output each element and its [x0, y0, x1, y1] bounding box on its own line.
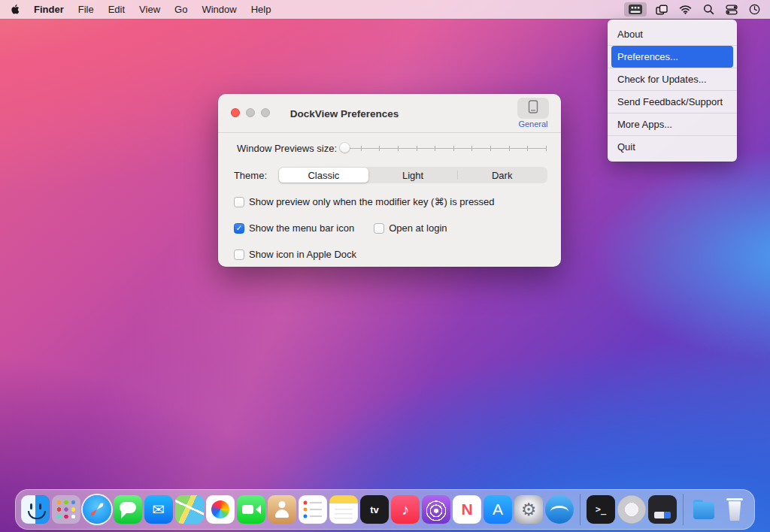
title-bar: DockView Preferences General	[218, 94, 561, 133]
dock-terminal-icon[interactable]	[587, 495, 615, 524]
dock-dockview-icon[interactable]	[545, 495, 574, 524]
menu-item-quit[interactable]: Quit	[608, 136, 737, 158]
dock-app-store-icon[interactable]	[484, 495, 512, 524]
preview-size-row: Window Previews size:	[232, 142, 547, 154]
search-icon[interactable]	[703, 4, 714, 15]
dock-trash-icon[interactable]	[720, 495, 749, 524]
dock-utility-1-icon[interactable]	[617, 495, 646, 524]
dock-safari-icon[interactable]	[83, 495, 111, 524]
dock-downloads-icon[interactable]	[690, 495, 718, 524]
apple-dock-checkbox[interactable]: Show icon in Apple Dock	[234, 249, 356, 260]
dock-photos-icon[interactable]	[206, 495, 235, 524]
modifier-key-label: Show preview only when the modifier key …	[249, 196, 495, 207]
menu-item-more-apps[interactable]: More Apps...	[608, 113, 737, 135]
checkbox-box-checked[interactable]	[234, 223, 244, 234]
apple-dock-label: Show icon in Apple Dock	[249, 249, 356, 260]
menu-view[interactable]: View	[139, 4, 160, 15]
menu-item-send-feedback[interactable]: Send Feedback/Support	[608, 91, 737, 113]
menu-item-about[interactable]: About	[608, 23, 737, 45]
dock-messages-icon[interactable]	[114, 495, 142, 524]
toolbar-general-tab[interactable]: General	[515, 98, 551, 128]
checkbox-box[interactable]	[374, 223, 384, 234]
dock-separator	[683, 494, 684, 525]
general-label: General	[518, 119, 547, 128]
dock-notes-icon[interactable]	[329, 495, 358, 524]
dock-tv-icon[interactable]	[360, 495, 389, 524]
apple-menu-icon[interactable]	[10, 4, 20, 15]
dock-system-preferences-icon[interactable]	[514, 495, 543, 524]
preferences-window: DockView Preferences General Window Prev…	[218, 94, 561, 267]
menu-item-preferences[interactable]: Preferences...	[611, 46, 733, 68]
checkbox-box[interactable]	[234, 197, 244, 207]
dock-finder-icon[interactable]	[21, 495, 50, 524]
theme-segment-light[interactable]: Light	[368, 168, 458, 183]
dockview-menubar-icon[interactable]	[624, 2, 647, 17]
clock-icon[interactable]	[749, 4, 760, 15]
modifier-key-row: Show preview only when the modifier key …	[234, 196, 547, 207]
theme-label: Theme:	[232, 170, 267, 181]
dock-separator	[580, 494, 581, 525]
desktop: Finder File Edit View Go Window Help Abo…	[0, 0, 770, 532]
theme-segmented-control: Classic Light Dark	[278, 167, 547, 183]
dockview-menubar-menu: About Preferences... Check for Updates..…	[608, 20, 737, 162]
menu-bar-icon-row: Show the menu bar icon Open at login	[234, 222, 547, 234]
close-button[interactable]	[231, 108, 240, 117]
menu-finder[interactable]: Finder	[34, 4, 64, 15]
dock-utility-2-icon[interactable]	[648, 495, 677, 524]
slider-knob[interactable]	[340, 143, 350, 153]
dock-news-icon[interactable]	[453, 495, 481, 524]
theme-row: Theme: Classic Light Dark	[232, 167, 547, 183]
preferences-content: Window Previews size: Theme: Classic Lig…	[218, 134, 561, 267]
wifi-icon[interactable]	[679, 5, 692, 14]
theme-segment-dark[interactable]: Dark	[457, 168, 547, 183]
menu-go[interactable]: Go	[174, 4, 187, 15]
menu-bar-left: Finder File Edit View Go Window Help	[10, 4, 271, 15]
menu-bar: Finder File Edit View Go Window Help	[0, 0, 770, 19]
general-button[interactable]	[517, 98, 549, 119]
menu-bar-icon-label: Show the menu bar icon	[249, 222, 354, 234]
open-at-login-label: Open at login	[389, 222, 447, 234]
menu-bar-icon-checkbox[interactable]: Show the menu bar icon	[234, 222, 354, 234]
dock	[15, 489, 755, 530]
modifier-key-checkbox[interactable]: Show preview only when the modifier key …	[234, 196, 495, 207]
dock-reminders-icon[interactable]	[299, 495, 327, 524]
windows-icon[interactable]	[656, 5, 668, 15]
window-title: DockView Preferences	[241, 94, 448, 133]
dock-launchpad-icon[interactable]	[52, 495, 80, 524]
apple-dock-row: Show icon in Apple Dock	[234, 249, 547, 260]
dock-mail-icon[interactable]	[144, 495, 173, 524]
open-at-login-checkbox[interactable]: Open at login	[374, 222, 447, 234]
menu-edit[interactable]: Edit	[108, 4, 125, 15]
general-icon	[527, 100, 539, 116]
dock-podcasts-icon[interactable]	[422, 495, 450, 524]
menu-item-check-for-updates[interactable]: Check for Updates...	[608, 68, 737, 90]
dock-music-icon[interactable]	[391, 495, 420, 524]
menu-help[interactable]: Help	[251, 4, 271, 15]
theme-segment-classic[interactable]: Classic	[279, 168, 368, 183]
menu-file[interactable]: File	[78, 4, 94, 15]
dock-contacts-icon[interactable]	[268, 495, 296, 524]
preview-size-label: Window Previews size:	[232, 143, 337, 154]
dock-facetime-icon[interactable]	[237, 495, 265, 524]
control-center-icon[interactable]	[726, 5, 738, 15]
preview-size-slider[interactable]	[342, 142, 547, 154]
menu-bar-right	[626, 2, 760, 17]
checkbox-box[interactable]	[234, 249, 244, 260]
dock-maps-icon[interactable]	[175, 495, 204, 524]
menu-window[interactable]: Window	[202, 4, 236, 15]
slider-track	[342, 148, 547, 149]
